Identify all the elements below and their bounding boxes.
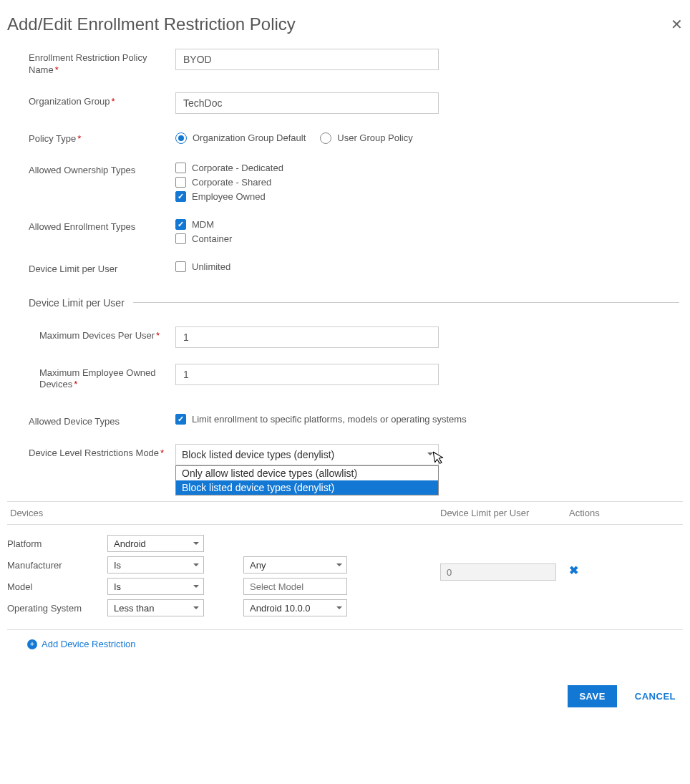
- restriction-mode-select[interactable]: Block listed device types (denylist): [175, 444, 439, 465]
- policy-type-label: Policy Type*: [29, 130, 175, 145]
- checkbox-checked-icon: [175, 414, 186, 425]
- close-icon[interactable]: ✕: [671, 17, 683, 32]
- enrollment-policy-dialog: Add/Edit Enrollment Restriction Policy ✕…: [7, 7, 683, 715]
- restriction-mode-dropdown: Only allow listed device types (allowlis…: [175, 465, 439, 495]
- os-op-select[interactable]: Less than: [107, 599, 204, 616]
- manufacturer-value-select[interactable]: Any: [243, 556, 347, 574]
- col-actions: Actions: [569, 508, 683, 518]
- os-value-select[interactable]: Android 10.0.0: [243, 599, 347, 616]
- devices-table-header: Devices Device Limit per User Actions: [7, 501, 683, 525]
- checkbox-unchecked-icon: [175, 177, 186, 188]
- model-value-input[interactable]: [243, 578, 347, 595]
- policy-type-radio-org-default[interactable]: Organization Group Default: [175, 132, 306, 144]
- policy-name-label: Enrollment Restriction Policy Name*: [29, 49, 175, 77]
- enrollment-label: Allowed Enrollment Types: [29, 218, 175, 233]
- dialog-title: Add/Edit Enrollment Restriction Policy: [7, 14, 296, 34]
- remove-row-icon[interactable]: ✖: [569, 564, 578, 576]
- max-devices-input[interactable]: [175, 326, 439, 348]
- device-limit-unlimited-checkbox[interactable]: Unlimited: [175, 261, 679, 272]
- model-op-select[interactable]: Is: [107, 578, 204, 595]
- ownership-corp-shared-checkbox[interactable]: Corporate - Shared: [175, 177, 679, 188]
- allowed-device-types-label: Allowed Device Types: [29, 412, 175, 428]
- save-button[interactable]: SAVE: [568, 685, 616, 707]
- max-devices-label: Maximum Devices Per User*: [39, 326, 175, 342]
- manufacturer-op-select[interactable]: Is: [107, 556, 204, 574]
- add-device-restriction-link[interactable]: + Add Device Restriction: [7, 630, 136, 649]
- restriction-mode-option-allowlist[interactable]: Only allow listed device types (allowlis…: [176, 466, 438, 480]
- dialog-buttons: SAVE CANCEL: [7, 649, 683, 715]
- radio-checked-icon: [175, 132, 187, 144]
- col-devices: Devices: [7, 508, 440, 518]
- platform-select[interactable]: Android: [107, 535, 204, 552]
- device-limit-per-user-input[interactable]: [440, 563, 556, 581]
- policy-name-input[interactable]: [175, 49, 439, 70]
- restriction-mode-option-denylist[interactable]: Block listed device types (denylist): [176, 480, 438, 495]
- enrollment-mdm-checkbox[interactable]: MDM: [175, 219, 679, 230]
- ownership-label: Allowed Ownership Types: [29, 161, 175, 177]
- allowed-device-types-checkbox[interactable]: Limit enrollment to specific platforms, …: [175, 414, 679, 425]
- col-device-limit: Device Limit per User: [440, 508, 569, 518]
- platform-label: Platform: [7, 538, 100, 549]
- checkbox-checked-icon: [175, 219, 186, 230]
- checkbox-unchecked-icon: [175, 233, 186, 244]
- manufacturer-label: Manufacturer: [7, 560, 100, 571]
- device-limit-section-header: Device Limit per User: [29, 297, 679, 309]
- radio-unchecked-icon: [320, 132, 331, 144]
- max-emp-owned-input[interactable]: [175, 364, 439, 385]
- model-label: Model: [7, 581, 100, 592]
- checkbox-unchecked-icon: [175, 261, 186, 272]
- device-restriction-row: Platform Android Manufacturer Is Any Mod…: [7, 525, 683, 630]
- checkbox-unchecked-icon: [175, 163, 186, 173]
- cancel-button[interactable]: CANCEL: [635, 691, 676, 702]
- enrollment-container-checkbox[interactable]: Container: [175, 233, 679, 244]
- policy-type-radio-user-group[interactable]: User Group Policy: [320, 132, 412, 144]
- dialog-header: Add/Edit Enrollment Restriction Policy ✕: [7, 7, 683, 49]
- org-group-label: Organization Group*: [29, 92, 175, 108]
- device-limit-label: Device Limit per User: [29, 260, 175, 276]
- org-group-input[interactable]: [175, 92, 439, 114]
- ownership-corp-dedicated-checkbox[interactable]: Corporate - Dedicated: [175, 163, 679, 173]
- os-label: Operating System: [7, 603, 100, 614]
- plus-circle-icon: +: [27, 639, 37, 649]
- max-emp-owned-label: Maximum Employee Owned Devices*: [39, 364, 175, 392]
- restriction-mode-label: Device Level Restrictions Mode*: [29, 444, 175, 460]
- checkbox-checked-icon: [175, 191, 186, 202]
- ownership-employee-owned-checkbox[interactable]: Employee Owned: [175, 191, 679, 202]
